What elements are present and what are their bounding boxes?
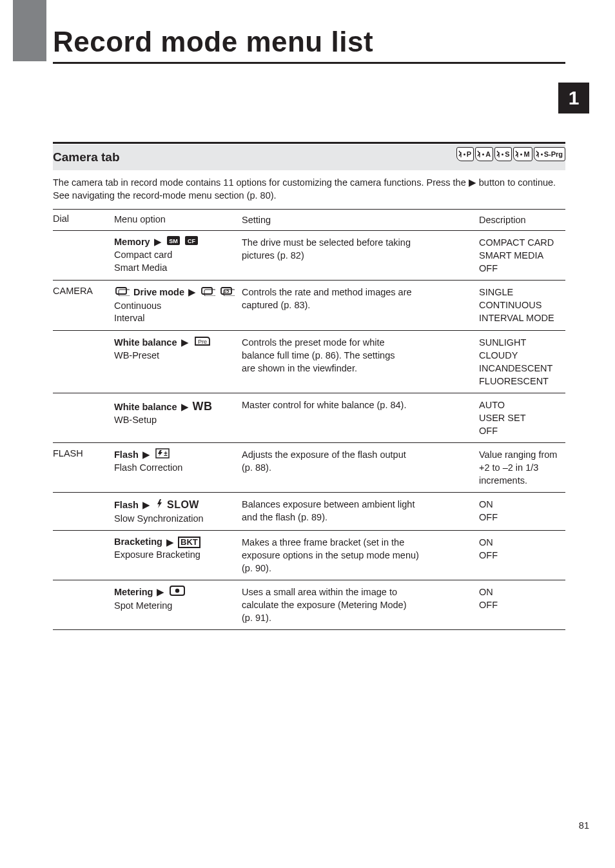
dial-cell (53, 493, 114, 531)
dial-cell (53, 331, 114, 393)
option-spot: Metering ▶ Spot Metering (114, 580, 242, 629)
spot-meter-icon (170, 586, 185, 600)
desc-cell: ON OFF (479, 493, 565, 531)
col-dial: Dial (53, 210, 114, 230)
page-title: Record mode menu list (53, 26, 373, 58)
table-row: Bracketing ▶ BKT Exposure Bracketing Mak… (53, 530, 565, 580)
table-row: Metering ▶ Spot Metering Uses a small ar… (53, 580, 565, 630)
table-row: Memory ▶ SM CF Compact card Smart Media … (53, 230, 565, 280)
arrow-icon: ▶ (157, 586, 164, 599)
setting-cell: Balances exposure between ambient light … (242, 493, 479, 531)
mode-badge-s: S (494, 147, 512, 161)
cf-icon: CF (185, 236, 198, 249)
svg-text:SM: SM (169, 238, 178, 244)
desc-cell: COMPACT CARD SMART MEDIA OFF (479, 231, 565, 280)
setting-cell: The drive must be selected before taking… (242, 231, 479, 280)
table-row: CAMERA Drive mode ▶ 15 Continuous Interv… (53, 280, 565, 330)
arrow-icon: ▶ (188, 286, 196, 299)
table-row: FLASH Flash ▶ ± Flash Correction Adjusts… (53, 442, 565, 492)
camera-tab-label: Camera tab (53, 150, 120, 164)
title-rule (53, 62, 565, 64)
dial-cell (53, 531, 114, 580)
svg-text:±: ± (164, 450, 168, 457)
setting-cell: Controls the preset mode for white balan… (242, 331, 479, 393)
mode-badges: P A S M S-Prg (456, 147, 565, 161)
arrow-icon: ▶ (154, 236, 162, 249)
intro-paragraph: The camera tab in record mode contains 1… (53, 177, 565, 202)
mode-badge-m: M (513, 147, 532, 161)
interval-icon: 15 (220, 286, 235, 300)
sm-icon: SM (167, 236, 180, 249)
arrow-icon: ▶ (142, 449, 150, 462)
menu-table: Dial Menu option Setting Description Mem… (53, 209, 565, 630)
setting-cell: Controls the rate and method images are … (242, 281, 479, 330)
desc-cell: ON OFF (479, 580, 565, 629)
table-row: Flash ▶ SLOW Slow Synchronization Balanc… (53, 492, 565, 531)
mode-badge-a: A (475, 147, 493, 161)
setting-cell: Makes a three frame bracket (set in the … (242, 531, 479, 580)
left-margin-tab (13, 0, 46, 61)
dial-cell (53, 393, 114, 442)
desc-cell: AUTO USER SET OFF (479, 393, 565, 442)
col-setting: Setting (242, 210, 479, 230)
svg-point-15 (175, 589, 179, 593)
camera-tab-header: Camera tab P A S M S-Prg (53, 144, 565, 170)
single-frame-icon (115, 286, 130, 300)
table-header-row: Dial Menu option Setting Description (53, 209, 565, 230)
table-row: White balance ▶ Pre WB-Preset Controls t… (53, 330, 565, 393)
subtitle-rule (53, 142, 565, 144)
desc-cell: SUNLIGHT CLOUDY INCANDESCENT FLUORESCENT (479, 331, 565, 393)
svg-rect-4 (116, 288, 126, 294)
setting-cell: Uses a small area within the image to ca… (242, 580, 479, 629)
desc-cell: SINGLE CONTINUOUS INTERVAL MODE (479, 281, 565, 330)
mode-badge-sprg: S-Prg (534, 147, 565, 161)
svg-rect-6 (202, 288, 212, 294)
option-flash-corr: Flash ▶ ± Flash Correction (114, 443, 242, 492)
table-row: White balance ▶ WB WB-Setup Master contr… (53, 393, 565, 442)
option-memory: Memory ▶ SM CF Compact card Smart Media (114, 231, 242, 280)
flash-correction-icon: ± (155, 448, 170, 462)
page-number: 81 (579, 820, 589, 831)
pre-icon: Pre (194, 336, 211, 350)
svg-text:Pre: Pre (198, 339, 207, 345)
setting-cell: Adjusts the exposure of the flash output… (242, 443, 479, 492)
dial-flash: FLASH (53, 443, 114, 492)
arrow-icon: ▶ (166, 537, 174, 549)
dial-cell (53, 580, 114, 629)
setting-cell: Master control for white balance (p. 84)… (242, 393, 479, 442)
option-wb-setup: White balance ▶ WB WB-Setup (114, 393, 242, 442)
arrow-icon: ▶ (181, 337, 189, 350)
continuous-icon (201, 286, 215, 300)
svg-text:15: 15 (224, 288, 229, 294)
bkt-icon: BKT (178, 537, 200, 548)
svg-text:CF: CF (188, 238, 195, 244)
svg-rect-5 (119, 290, 130, 296)
option-slow: Flash ▶ SLOW Slow Synchronization (114, 493, 242, 531)
desc-cell: ON OFF (479, 531, 565, 580)
option-bkt: Bracketing ▶ BKT Exposure Bracketing (114, 531, 242, 580)
dial-camera: CAMERA (53, 281, 114, 330)
option-drive: Drive mode ▶ 15 Continuous Interval (114, 281, 242, 330)
col-menu-option: Menu option (114, 210, 242, 230)
arrow-icon: ▶ (181, 401, 189, 414)
desc-cell: Value ranging from +2 to –2 in 1/3 incre… (479, 443, 565, 492)
chapter-number-badge: 1 (558, 83, 589, 113)
option-wb-preset: White balance ▶ Pre WB-Preset (114, 331, 242, 393)
mode-badge-p: P (456, 147, 474, 161)
dial-cell (53, 231, 114, 280)
slow-text-icon: SLOW (167, 499, 199, 510)
svg-rect-7 (204, 290, 215, 296)
arrow-icon: ▶ (142, 499, 150, 512)
col-description: Description (479, 210, 565, 230)
wb-icon: WB (193, 400, 213, 413)
flash-bolt-icon (155, 498, 163, 513)
